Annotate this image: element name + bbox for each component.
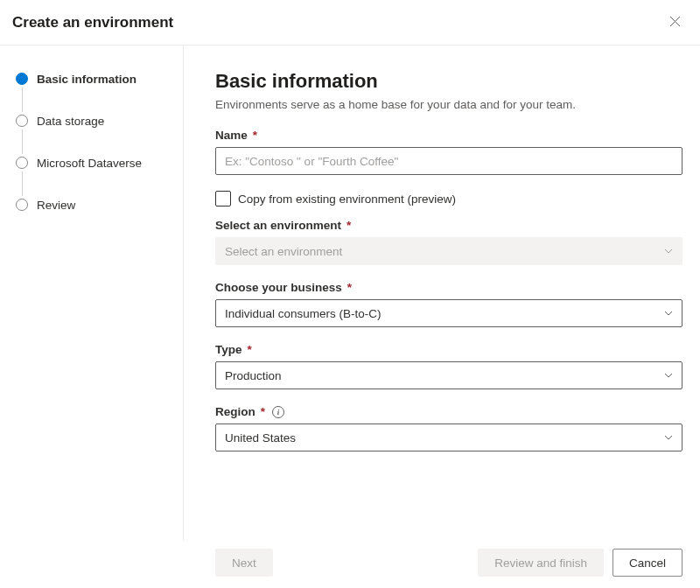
footer-actions: Next Review and finish Cancel	[0, 537, 700, 588]
step-label: Data storage	[37, 115, 104, 128]
step-label: Microsoft Dataverse	[37, 157, 142, 170]
business-dropdown[interactable]: Individual consumers (B-to-C)	[215, 299, 682, 327]
step-marker-icon	[16, 157, 28, 169]
cancel-button[interactable]: Cancel	[612, 549, 682, 577]
close-icon	[669, 15, 681, 30]
review-finish-button[interactable]: Review and finish	[478, 549, 604, 577]
region-label: Region* i	[215, 405, 682, 418]
form-panel: Basic information Environments serve as …	[184, 46, 700, 541]
select-env-dropdown: Select an environment	[215, 237, 682, 265]
step-label: Basic information	[37, 73, 136, 86]
next-button[interactable]: Next	[215, 549, 273, 577]
copy-env-label: Copy from existing environment (preview)	[238, 192, 456, 206]
step-review[interactable]: Review	[14, 196, 174, 214]
chevron-down-icon	[664, 247, 673, 256]
type-label: Type*	[215, 343, 682, 356]
chevron-down-icon	[664, 433, 673, 442]
type-dropdown[interactable]: Production	[215, 361, 682, 389]
business-label: Choose your business*	[215, 281, 682, 294]
close-button[interactable]	[666, 12, 684, 32]
region-dropdown[interactable]: United States	[215, 424, 682, 452]
dialog-title: Create an environment	[12, 14, 173, 32]
select-env-label: Select an environment*	[215, 219, 682, 232]
info-icon[interactable]: i	[272, 406, 284, 418]
chevron-down-icon	[664, 309, 673, 318]
name-label: Name*	[215, 129, 682, 142]
step-microsoft-dataverse[interactable]: Microsoft Dataverse	[14, 154, 174, 172]
step-connector	[22, 88, 23, 112]
step-basic-information[interactable]: Basic information	[14, 70, 174, 88]
copy-env-checkbox[interactable]	[215, 191, 231, 206]
section-heading: Basic information	[215, 70, 682, 93]
section-subtitle: Environments serve as a home base for yo…	[215, 98, 682, 111]
step-marker-icon	[16, 199, 28, 211]
step-data-storage[interactable]: Data storage	[14, 112, 174, 130]
step-connector	[22, 172, 23, 196]
step-marker-icon	[16, 73, 28, 85]
step-label: Review	[37, 199, 75, 212]
chevron-down-icon	[664, 371, 673, 380]
wizard-steps: Basic information Data storage Microsoft…	[0, 46, 184, 541]
step-connector	[22, 130, 23, 154]
name-input[interactable]	[215, 147, 682, 175]
step-marker-icon	[16, 115, 28, 127]
